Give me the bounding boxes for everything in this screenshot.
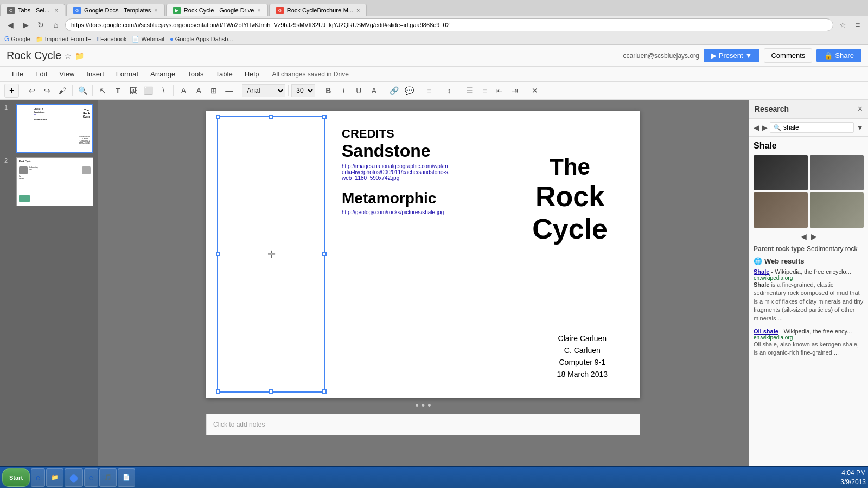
text-button[interactable]: T [111,84,125,98]
handle-br[interactable] [322,389,327,394]
handle-tc[interactable] [269,115,273,119]
redo-button[interactable]: ↪ [40,84,54,98]
menu-arrange[interactable]: Arrange [145,68,181,80]
research-search-input[interactable] [783,124,850,131]
comment-button[interactable]: 💬 [402,84,416,98]
comments-button[interactable]: Comments [764,48,812,63]
reload-btn[interactable]: ↻ [35,19,47,31]
underline-button[interactable]: U [352,84,366,98]
menu-edit[interactable]: Edit [30,68,53,80]
handle-tr[interactable] [322,115,327,119]
handle-mr[interactable] [322,252,327,256]
taskbar-folder[interactable]: 📁 [46,468,63,487]
taskbar-music[interactable]: 🎵 [99,468,117,487]
menu-tools[interactable]: Tools [182,68,209,80]
align-left-button[interactable]: ≡ [422,84,436,98]
bg-color-button[interactable]: A [176,84,190,98]
slide-thumb-2[interactable]: 2 Rock Cycle Sedimentaryrock funsample [4,157,93,206]
research-forward-button[interactable]: ▶ [762,123,768,132]
shale-image-4[interactable] [810,192,864,228]
slide-preview-1[interactable]: CREDITS Sandstone link... Metamorphic Th… [16,104,93,153]
image-next-button[interactable]: ▶ [811,232,817,241]
border-weight-button[interactable]: — [222,84,236,98]
web-result-2-link[interactable]: Oil shale [754,328,778,335]
shale-image-1[interactable] [754,155,808,190]
line-button[interactable]: \ [156,84,170,98]
link-button[interactable]: 🔗 [387,84,401,98]
slide-canvas[interactable]: ✛ CREDITS Sandstone http://images.nation… [206,111,640,398]
add-button[interactable]: + [4,84,19,98]
present-dropdown-icon[interactable]: ▼ [745,52,752,60]
drive-folder-icon[interactable]: 📁 [75,52,84,60]
handle-ml[interactable] [216,252,220,256]
bookmark-google[interactable]: G Google [4,35,30,43]
menu-file[interactable]: File [7,68,29,80]
handle-bc[interactable] [269,389,273,394]
bookmark-btn[interactable]: ☆ [837,19,848,31]
tab-2[interactable]: G Google Docs - Templates × [66,4,165,16]
handle-tl[interactable] [216,115,220,119]
menu-insert[interactable]: Insert [81,68,110,80]
slide-thumb-1[interactable]: 1 CREDITS Sandstone link... Metamorphic … [4,104,93,153]
bookmark-facebook[interactable]: f Facebook [97,36,126,42]
italic-button[interactable]: I [336,84,350,98]
menu-view[interactable]: View [54,68,80,80]
notes-bar[interactable]: Click to add notes [206,414,640,435]
more-slides-indicator[interactable]: • • • [416,400,431,412]
research-close-button[interactable]: × [858,104,863,114]
shale-image-2[interactable] [810,155,864,190]
bookmark-webmail[interactable]: 📄 Webmail [132,36,164,43]
format-clear-button[interactable]: ✕ [528,84,542,98]
taskbar-chrome[interactable]: ⬤ [65,468,83,487]
numbered-list-button[interactable]: ≡ [477,84,492,98]
tab-3[interactable]: ▶ Rock Cycle - Google Drive × [166,4,268,16]
image-prev-button[interactable]: ◀ [801,232,807,241]
research-search-box[interactable]: 🔍 [770,122,854,133]
star-icon[interactable]: ☆ [65,52,72,60]
sandstone-link[interactable]: http://images.nationalgeographic.com/wpf… [342,163,450,181]
cursor-button[interactable]: ↖ [95,84,110,98]
font-selector[interactable]: Arial [242,84,285,97]
research-dropdown-btn[interactable]: ▼ [856,123,864,132]
tab-1[interactable]: C Tabs - Sel... × [0,4,65,16]
bold-button[interactable]: B [321,84,335,98]
tab-1-close[interactable]: × [52,7,58,14]
text-color-button[interactable]: A [192,84,206,98]
bookmark-gapps[interactable]: ● Google Apps Dahsb... [170,36,233,42]
share-button[interactable]: 🔒 Share [816,49,861,62]
forward-btn[interactable]: ▶ [20,19,31,31]
taskbar-ie[interactable]: e [31,468,45,487]
shapes-button[interactable]: ⬜ [141,84,155,98]
menu-table[interactable]: Table [210,68,238,80]
url-input[interactable] [65,18,833,31]
undo-button[interactable]: ↩ [25,84,39,98]
image-button[interactable]: 🖼 [126,84,140,98]
handle-bl[interactable] [216,389,220,394]
shale-image-3[interactable] [754,192,808,228]
menu-format[interactable]: Format [111,68,144,80]
font-color-button[interactable]: A [367,84,381,98]
tab-4[interactable]: G Rock CycleBrochure-M... × [269,4,367,16]
indent-more-button[interactable]: ⇥ [508,84,522,98]
bookmark-ie[interactable]: 📁 Imported From IE [36,36,92,43]
metamorphic-link[interactable]: http://geology.com/rocks/pictures/shale.… [342,209,450,215]
tab-4-close[interactable]: × [353,7,360,14]
home-btn[interactable]: ⌂ [50,19,62,31]
start-button[interactable]: Start [2,468,30,487]
taskbar-ie2[interactable]: e [84,468,98,487]
back-btn[interactable]: ◀ [4,19,16,31]
zoom-button[interactable]: 🔍 [75,84,90,98]
menu-help[interactable]: Help [239,68,265,80]
line-spacing-button[interactable]: ↕ [442,84,456,98]
slide-preview-2[interactable]: Rock Cycle Sedimentaryrock funsample [16,157,93,206]
research-back-button[interactable]: ◀ [754,123,760,132]
present-button[interactable]: ▶ Present ▼ [704,49,760,62]
selected-text-box[interactable]: ✛ [217,116,326,393]
border-button[interactable]: ⊞ [207,84,221,98]
taskbar-file[interactable]: 📄 [118,468,135,487]
font-size-selector[interactable]: 30 [291,84,315,97]
paint-format-button[interactable]: 🖌 [55,84,69,98]
menu-btn[interactable]: ≡ [852,19,864,31]
notes-placeholder[interactable]: Click to add notes [213,421,265,428]
indent-less-button[interactable]: ⇤ [493,84,507,98]
